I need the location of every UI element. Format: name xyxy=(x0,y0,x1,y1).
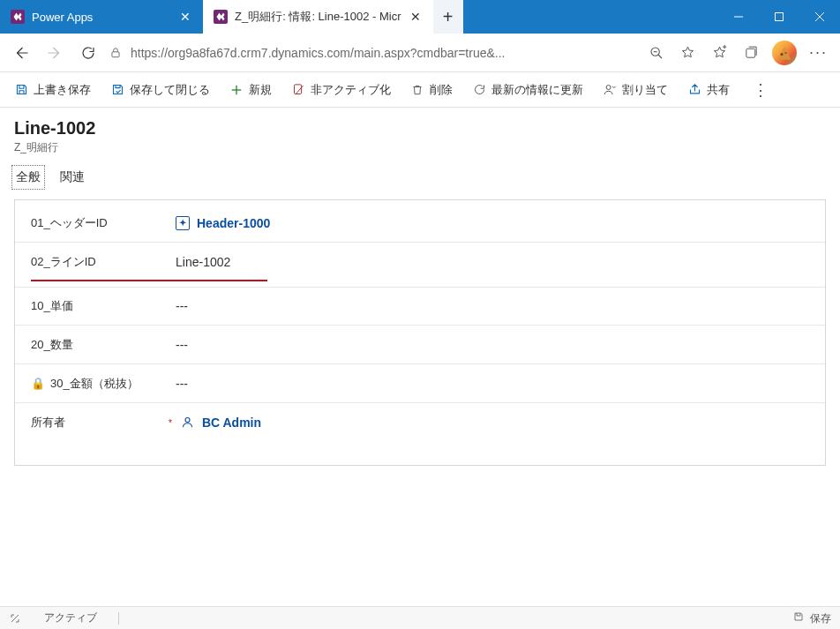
field-unit-price[interactable]: 10_単価 --- xyxy=(15,287,825,326)
zoom-icon[interactable] xyxy=(641,38,671,68)
refresh-button[interactable]: 最新の情報に更新 xyxy=(465,77,590,103)
minimize-button[interactable] xyxy=(718,0,759,34)
assign-icon xyxy=(603,83,617,97)
field-value: --- xyxy=(172,377,809,391)
record-title: Line-1002 xyxy=(14,118,826,139)
field-quantity[interactable]: 20_数量 --- xyxy=(15,326,825,364)
person-icon xyxy=(181,416,195,430)
command-bar: 上書き保存 保存して閉じる 新規 非アクティブ化 削除 最新の情報に更新 割り当… xyxy=(0,72,840,108)
svg-line-6 xyxy=(658,55,662,58)
field-value: Line-1002 xyxy=(172,255,809,269)
field-label: 30_金額（税抜） xyxy=(50,376,139,392)
field-value-lookup[interactable]: BC Admin xyxy=(177,416,809,430)
svg-point-11 xyxy=(780,53,783,56)
svg-rect-4 xyxy=(112,51,119,56)
window-controls xyxy=(718,0,840,34)
field-label: 20_数量 xyxy=(31,337,73,353)
status-state: アクティブ xyxy=(44,610,97,625)
tab-related[interactable]: 関連 xyxy=(58,168,86,187)
browser-tab-dynamics[interactable]: Z_明細行: 情報: Line-1002 - Micr ✕ xyxy=(203,0,433,34)
lock-icon xyxy=(109,47,122,59)
field-label: 所有者 xyxy=(31,415,65,431)
save-icon xyxy=(792,610,805,623)
browser-address-bar: https://org9a8fa67d.crm7.dynamics.com/ma… xyxy=(0,34,840,72)
share-icon xyxy=(687,83,701,97)
svg-point-18 xyxy=(185,418,190,423)
browser-tab-powerapps[interactable]: Power Apps ✕ xyxy=(0,0,203,34)
field-value-lookup[interactable]: ✦ Header-1000 xyxy=(172,216,809,230)
field-value: --- xyxy=(172,299,809,313)
lock-icon: 🔒 xyxy=(31,377,45,390)
svg-line-16 xyxy=(295,86,303,94)
field-label: 01_ヘッダーID xyxy=(31,215,108,231)
close-icon[interactable]: ✕ xyxy=(409,10,423,24)
assign-button[interactable]: 割り当て xyxy=(596,77,675,103)
record-subtitle: Z_明細行 xyxy=(14,140,826,155)
close-icon[interactable]: ✕ xyxy=(178,10,192,24)
refresh-icon xyxy=(472,83,486,97)
profile-avatar[interactable] xyxy=(772,41,797,65)
plus-icon xyxy=(229,83,244,97)
save-close-button[interactable]: 保存して閉じる xyxy=(103,77,217,103)
field-owner[interactable]: 所有者 * BC Admin xyxy=(15,403,825,442)
tab-title: Z_明細行: 情報: Line-1002 - Micr xyxy=(235,9,401,25)
dynamics-icon xyxy=(214,10,228,24)
form-tabs: 全般 関連 xyxy=(14,168,826,191)
status-bar: アクティブ 保存 xyxy=(0,606,840,629)
expand-icon[interactable] xyxy=(9,612,21,625)
back-button[interactable] xyxy=(5,37,37,69)
tab-general[interactable]: 全般 xyxy=(14,168,42,187)
svg-rect-10 xyxy=(746,49,755,57)
maximize-button[interactable] xyxy=(759,0,799,34)
favorite-star-icon[interactable] xyxy=(673,38,703,68)
deactivate-button[interactable]: 非アクティブ化 xyxy=(284,77,398,103)
required-indicator: * xyxy=(169,418,172,428)
delete-button[interactable]: 削除 xyxy=(403,77,460,103)
field-amount[interactable]: 🔒30_金額（税抜） --- xyxy=(15,364,825,403)
forward-button[interactable] xyxy=(39,37,71,69)
highlight-underline xyxy=(31,280,267,281)
svg-point-12 xyxy=(784,51,786,53)
browser-titlebar: Power Apps ✕ Z_明細行: 情報: Line-1002 - Micr… xyxy=(0,0,840,34)
save-button[interactable]: 上書き保存 xyxy=(7,77,98,103)
url-field[interactable]: https://org9a8fa67d.crm7.dynamics.com/ma… xyxy=(106,39,640,67)
overflow-button[interactable]: ⋮ xyxy=(747,77,774,103)
powerapps-icon xyxy=(11,10,25,24)
form-card: 01_ヘッダーID ✦ Header-1000 02_ラインID Line-10… xyxy=(14,199,826,466)
field-value: --- xyxy=(172,338,809,352)
field-label: 10_単価 xyxy=(31,298,73,314)
status-save[interactable]: 保存 xyxy=(792,610,831,626)
field-label: 02_ラインID xyxy=(31,254,96,270)
more-icon[interactable]: ··· xyxy=(802,43,835,62)
save-icon xyxy=(14,83,28,97)
close-button[interactable] xyxy=(799,0,840,34)
refresh-button[interactable] xyxy=(72,37,104,69)
share-button[interactable]: 共有 xyxy=(680,77,737,103)
trash-icon xyxy=(410,83,424,97)
field-header-id[interactable]: 01_ヘッダーID ✦ Header-1000 xyxy=(15,204,825,243)
url-text: https://org9a8fa67d.crm7.dynamics.com/ma… xyxy=(131,46,636,60)
lookup-icon: ✦ xyxy=(176,216,190,230)
save-close-icon xyxy=(110,83,124,97)
new-tab-button[interactable]: + xyxy=(433,0,463,34)
svg-point-17 xyxy=(606,86,611,90)
new-button[interactable]: 新規 xyxy=(222,77,279,103)
deactivate-icon xyxy=(291,83,305,97)
tab-title: Power Apps xyxy=(32,11,93,24)
field-line-id[interactable]: 02_ラインID Line-1002 xyxy=(15,243,825,281)
svg-rect-1 xyxy=(776,13,784,21)
favorites-icon[interactable] xyxy=(705,38,735,68)
collections-icon[interactable] xyxy=(737,38,767,68)
form-content: Line-1002 Z_明細行 全般 関連 01_ヘッダーID ✦ Header… xyxy=(0,108,840,606)
